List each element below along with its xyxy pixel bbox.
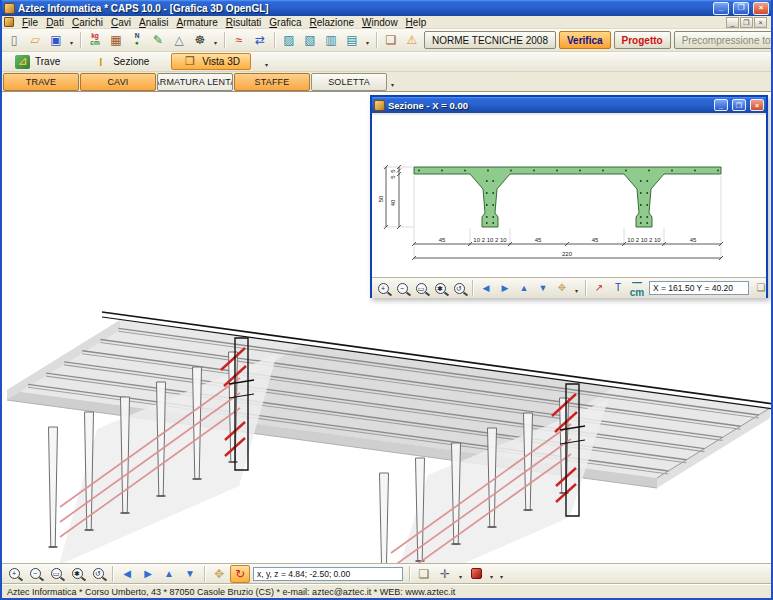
norme-tecniche-button[interactable]: NORME TECNICHE 2008 [424,31,556,49]
verifiche-hatch-icon[interactable]: ▨ [279,31,299,49]
report-icon[interactable]: ❏ [381,31,401,49]
close-button[interactable]: × [753,2,769,15]
zoom-window-icon[interactable]: ▭ [412,280,430,296]
sezione-close-button[interactable]: × [750,99,764,111]
units-cm-icon[interactable]: —cm [628,280,646,296]
tab-soletta[interactable]: SOLETTA [311,73,387,91]
toolbar2-overflow[interactable]: ▾ [262,53,271,71]
tabs-overflow[interactable]: ▾ [388,73,397,91]
menu-relazione[interactable]: Relazione [306,17,359,28]
tab-cavi[interactable]: CAVI [80,73,156,91]
verifica-button[interactable]: Verifica [559,31,611,49]
menu-cavi[interactable]: Cavi [107,17,135,28]
warning-icon[interactable]: ⚠ [402,31,422,49]
trave-button[interactable]: ⊿Trave [4,53,71,70]
axes-overflow[interactable]: ▾ [456,565,465,583]
sezione-minimize-button[interactable]: _ [714,99,728,111]
results-group-overflow[interactable]: ▾ [363,31,372,49]
total-width-label: 220 [562,251,573,257]
prism-icon[interactable]: △ [169,31,189,49]
progetto-button[interactable]: Progetto [614,31,671,49]
menu-help[interactable]: Help [402,17,431,28]
minimize-button[interactable]: _ [713,2,729,15]
zoom-in-icon[interactable]: + [374,280,392,296]
section-arrows-icon[interactable]: ⇄ [250,31,270,49]
zoom-window-icon[interactable]: ▭ [46,565,66,583]
menu-dati[interactable]: Dati [42,17,68,28]
tab-staffe[interactable]: STAFFE [234,73,310,91]
mdi-minimize-button[interactable]: _ [726,17,739,28]
menu-window[interactable]: Window [358,17,402,28]
menu-file[interactable]: File [18,17,42,28]
render-color-icon[interactable] [466,565,486,583]
pan-up-icon[interactable]: ▲ [159,565,179,583]
pan-up-icon[interactable]: ▲ [515,280,533,296]
tab-trave[interactable]: TRAVE [3,73,79,91]
loads-icon[interactable]: N● [127,31,147,49]
color-overflow[interactable]: ▾ [487,565,496,583]
vista-3d-button[interactable]: ❒Vista 3D [171,53,251,70]
zoom-previous-icon[interactable]: ↺ [88,565,108,583]
menu-carichi[interactable]: Carichi [68,17,107,28]
sez-nav-overflow[interactable]: ▾ [572,279,581,297]
zoom-out-icon[interactable]: − [393,280,411,296]
dim-label: 45 [439,237,446,243]
new-document-icon[interactable]: ▯ [4,31,24,49]
data-group-overflow[interactable]: ▾ [211,31,220,49]
magnifier-glass: − [397,283,408,294]
bottombar-overflow[interactable]: ▾ [497,565,506,583]
orbit-icon[interactable]: ↻ [230,565,250,583]
pan-right-icon[interactable]: ▶ [138,565,158,583]
zoom-previous-icon[interactable]: ↺ [450,280,468,296]
pan-right-icon[interactable]: ▶ [496,280,514,296]
magnifier-glass: ↺ [93,568,104,579]
menu-analisi[interactable]: Analisi [135,17,172,28]
tab-armatura-lenta[interactable]: ARMATURA LENTA [157,73,233,91]
trave-button-label: Trave [35,56,60,67]
units-icon[interactable]: kgcm [85,31,105,49]
diagrammi-hatch-icon[interactable]: ▥ [321,31,341,49]
axes-icon[interactable]: ✛ [435,565,455,583]
magnifier-glass: ▭ [416,283,427,294]
options-wheel-icon[interactable]: ☸ [190,31,210,49]
open-folder-icon[interactable]: ▱ [25,31,45,49]
sheet-export-icon[interactable]: ❏ [414,565,434,583]
precompressione-button[interactable]: Precompressione totale [674,31,773,49]
hand-pan-icon[interactable]: ✥ [209,565,229,583]
pan-left-icon[interactable]: ◀ [477,280,495,296]
zoom-in-icon[interactable]: + [4,565,24,583]
mdi-restore-button[interactable]: ❐ [740,17,753,28]
file-group-overflow[interactable]: ▾ [67,31,76,49]
hand-pan-icon[interactable]: ✥ [553,280,571,296]
text-tool-icon[interactable]: T [609,280,627,296]
zoom-extents-icon[interactable]: ✱ [67,565,87,583]
sezione-window[interactable]: Sezione - X = 0.00 _ ❐ × [370,95,768,298]
zoom-out-icon[interactable]: − [25,565,45,583]
menu-risultati[interactable]: Risultati [222,17,266,28]
sezione-drawing-area[interactable]: 45 10 2 10 2 10 45 45 10 2 10 2 10 45 22… [372,115,766,278]
dim-label: 45 [535,237,542,243]
edit-pencil-icon[interactable]: ✎ [148,31,168,49]
dim-label: 10 2 10 2 10 [627,237,661,243]
total-height-label: 50 [378,195,384,202]
pan-left-icon[interactable]: ◀ [117,565,137,583]
section-drawing: 45 10 2 10 2 10 45 45 10 2 10 2 10 45 22… [373,115,765,273]
mdi-close-button[interactable]: × [754,17,767,28]
status-text: Aztec Informatica * Corso Umberto, 43 * … [7,587,455,597]
menu-grafica[interactable]: Grafica [265,17,305,28]
page-icon[interactable]: ❏ [752,280,770,296]
3d-viewport[interactable]: Sezione - X = 0.00 _ ❐ × [2,92,771,563]
restore-button[interactable]: ❐ [733,2,749,15]
armature-hatch-icon[interactable]: ▧ [300,31,320,49]
sezione-button[interactable]: ISezione [82,53,160,70]
materials-icon[interactable]: ▦ [106,31,126,49]
zoom-extents-icon[interactable]: ✱ [431,280,449,296]
menu-armature[interactable]: Armature [173,17,222,28]
pan-down-icon[interactable]: ▼ [180,565,200,583]
save-icon[interactable]: ▣ [46,31,66,49]
pan-down-icon[interactable]: ▼ [534,280,552,296]
sezione-maximize-button[interactable]: ❐ [732,99,746,111]
measure-icon[interactable]: ↗ [590,280,608,296]
moment-diagram-icon[interactable]: ≈ [229,31,249,49]
inviluppi-hatch-icon[interactable]: ▤ [342,31,362,49]
